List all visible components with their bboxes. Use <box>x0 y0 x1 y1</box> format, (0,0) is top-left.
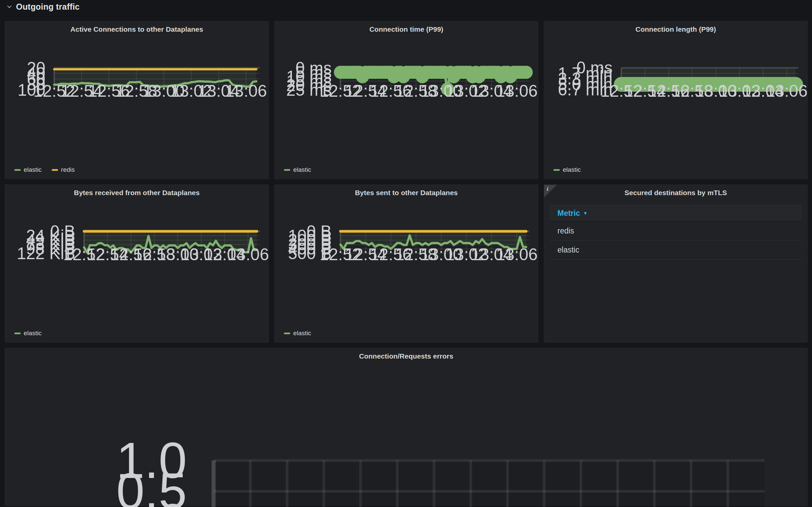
legend-item-elastic[interactable]: elastic <box>553 166 581 173</box>
legend-label: redis <box>61 166 75 173</box>
panel-active-connections: Active Connections to other Dataplanes 2… <box>5 21 269 179</box>
chart-legend: elastic <box>553 166 581 173</box>
legend-label: elastic <box>24 330 42 337</box>
legend-item-elastic[interactable]: elastic <box>284 166 311 173</box>
panel-title[interactable]: Connection time (P99) <box>275 25 538 33</box>
svg-text:1.0: 1.0 <box>116 432 187 489</box>
chart-legend: elastic <box>284 330 311 337</box>
legend-item-elastic[interactable]: elastic <box>14 330 42 337</box>
panel-title[interactable]: Bytes sent to other Dataplanes <box>275 189 538 197</box>
mtls-table: Metric ▼ redis elastic <box>549 205 802 260</box>
section-title: Outgoing traffic <box>16 2 80 12</box>
legend-item-redis[interactable]: redis <box>52 166 75 173</box>
panel-bytes-sent: Bytes sent to other Dataplanes 0 B100 B2… <box>274 184 538 343</box>
legend-label: elastic <box>24 166 42 173</box>
panel-connection-length: Connection length (P99) 0 ms1.7 min3.3 m… <box>544 21 808 179</box>
chart-legend: elastic <box>14 330 42 337</box>
table-cell-metric: redis <box>557 226 574 235</box>
panel-secured-destinations: i Secured destinations by mTLS Metric ▼ … <box>544 184 808 343</box>
errors-chart: -1.0-0.500.51.012:5212:5312:5412:5512:56… <box>5 348 807 507</box>
legend-swatch <box>14 169 21 171</box>
svg-text:13:06: 13:06 <box>496 82 537 100</box>
legend-label: elastic <box>563 166 581 173</box>
panel-title[interactable]: Connection/Requests errors <box>5 352 807 360</box>
svg-text:13:06: 13:06 <box>766 82 807 100</box>
bytes-received-chart: 0 B24 KiB49 KiB73 KiB98 KiB122 KiB12:521… <box>5 185 269 317</box>
active-connections-chart: 2040608010012:5212:5412:5612:5813:0013:0… <box>5 21 269 153</box>
panel-title[interactable]: Connection length (P99) <box>544 25 807 33</box>
legend-item-elastic[interactable]: elastic <box>14 166 42 173</box>
chevron-down-icon[interactable] <box>6 3 13 10</box>
column-header-label: Metric <box>557 209 580 218</box>
panel-connection-time: Connection time (P99) 0 ms5 ms10 ms15 ms… <box>274 21 538 179</box>
svg-text:13:06: 13:06 <box>227 245 269 264</box>
legend-swatch <box>284 169 290 171</box>
legend-label: elastic <box>293 166 311 173</box>
panel-title[interactable]: Bytes received from other Dataplanes <box>5 189 269 197</box>
panel-connection-requests-errors: Connection/Requests errors -1.0-0.500.51… <box>5 348 808 506</box>
panel-info-corner[interactable] <box>544 185 557 198</box>
panel-title[interactable]: Secured destinations by mTLS <box>544 189 807 197</box>
legend-swatch <box>52 169 58 171</box>
connection-time-chart: 0 ms5 ms10 ms15 ms20 ms25 ms12:5212:5412… <box>275 21 538 153</box>
svg-text:13:06: 13:06 <box>225 82 267 100</box>
legend-swatch <box>284 333 290 334</box>
legend-swatch <box>553 169 560 171</box>
chart-legend: elasticredis <box>14 166 75 173</box>
sort-desc-icon: ▼ <box>583 211 588 216</box>
chart-legend: elastic <box>284 166 311 173</box>
legend-item-elastic[interactable]: elastic <box>284 330 311 337</box>
info-icon[interactable]: i <box>547 186 548 192</box>
section-row-outgoing-traffic[interactable]: Outgoing traffic <box>0 0 80 13</box>
panel-title[interactable]: Active Connections to other Dataplanes <box>5 25 269 33</box>
table-cell-metric: elastic <box>557 245 579 255</box>
legend-swatch <box>14 333 21 334</box>
connection-length-chart: 0 ms1.7 min3.3 min5.0 min6.7 min12:5212:… <box>544 21 807 153</box>
table-column-header-metric[interactable]: Metric ▼ <box>549 205 802 222</box>
legend-label: elastic <box>293 330 311 337</box>
svg-text:13:06: 13:06 <box>496 245 537 264</box>
table-row: elastic <box>549 241 802 260</box>
table-row: redis <box>549 222 802 241</box>
bytes-sent-chart: 0 B100 B200 B300 B400 B500 B12:5212:5412… <box>275 185 538 317</box>
panel-bytes-received: Bytes received from other Dataplanes 0 B… <box>5 184 269 343</box>
